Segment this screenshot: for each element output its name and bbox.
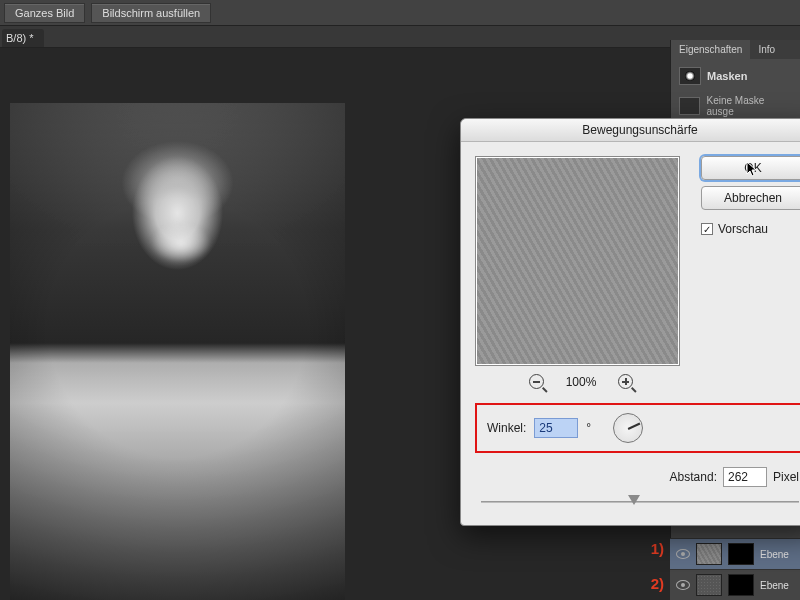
zoom-in-icon[interactable] <box>618 374 633 389</box>
distance-input[interactable] <box>723 467 767 487</box>
angle-dial[interactable] <box>613 413 643 443</box>
zoom-out-icon[interactable] <box>529 374 544 389</box>
motion-blur-dialog: Bewegungsunschärfe 100% OK Abbrechen ✓ V… <box>460 118 800 526</box>
dialog-title: Bewegungsunschärfe <box>461 119 800 142</box>
annotation-2: 2) <box>651 575 664 592</box>
visibility-icon[interactable] <box>676 549 690 559</box>
distance-label: Abstand: <box>670 470 717 484</box>
tab-properties[interactable]: Eigenschaften <box>671 40 750 59</box>
visibility-icon[interactable] <box>676 580 690 590</box>
angle-label: Winkel: <box>487 421 526 435</box>
layer-mask-thumbnail <box>728 574 754 596</box>
options-bar: Ganzes Bild Bildschirm ausfüllen <box>0 0 800 26</box>
layer-name: Ebene <box>760 549 789 560</box>
zoom-percent: 100% <box>566 375 597 389</box>
filter-preview[interactable] <box>475 156 680 366</box>
fit-whole-button[interactable]: Ganzes Bild <box>4 3 85 23</box>
angle-input[interactable] <box>534 418 578 438</box>
layer-thumbnail <box>696 574 722 596</box>
cursor-icon <box>746 161 760 179</box>
preview-label: Vorschau <box>718 222 768 236</box>
layer-row[interactable]: Ebene <box>670 569 800 600</box>
no-mask-text: Keine Maske ausge <box>706 95 792 117</box>
layer-row[interactable]: Ebene <box>670 538 800 569</box>
layer-mask-thumbnail <box>728 543 754 565</box>
layer-thumbnail <box>696 543 722 565</box>
layer-name: Ebene <box>760 580 789 591</box>
tab-info[interactable]: Info <box>750 40 783 59</box>
masks-heading: Masken <box>707 70 747 82</box>
distance-unit: Pixel <box>773 470 799 484</box>
mask-mode-icon[interactable] <box>679 67 701 85</box>
fill-screen-button[interactable]: Bildschirm ausfüllen <box>91 3 211 23</box>
layers-panel: Ebene Ebene <box>670 538 800 600</box>
slider-thumb[interactable] <box>628 495 640 505</box>
document-image <box>10 103 345 600</box>
distance-slider[interactable] <box>481 493 799 511</box>
angle-group-highlighted: Winkel: ° <box>475 403 800 453</box>
preview-checkbox-row[interactable]: ✓ Vorschau <box>701 222 800 236</box>
document-tab[interactable]: B/8) * <box>2 29 44 47</box>
degree-symbol: ° <box>586 421 591 435</box>
ok-button[interactable]: OK <box>701 156 800 180</box>
cancel-button[interactable]: Abbrechen <box>701 186 800 210</box>
annotation-1: 1) <box>651 540 664 557</box>
checkbox-icon[interactable]: ✓ <box>701 223 713 235</box>
mask-thumbnail <box>679 97 700 115</box>
